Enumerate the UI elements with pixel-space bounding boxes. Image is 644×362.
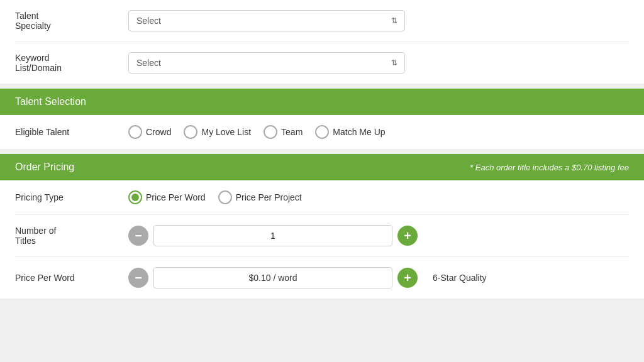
radio-crowd[interactable]: Crowd bbox=[128, 125, 171, 139]
number-of-titles-controls: − + bbox=[128, 225, 629, 246]
order-pricing-title: Order Pricing bbox=[15, 162, 74, 173]
radio-match-me-up[interactable]: Match Me Up bbox=[315, 125, 385, 139]
radio-price-per-project-label: Price Per Project bbox=[236, 192, 302, 202]
keyword-domain-row: KeywordList/Domain Select ⇅ bbox=[15, 42, 629, 84]
spacer-2 bbox=[0, 149, 644, 154]
quality-badge: 6-Star Quality bbox=[433, 273, 487, 283]
pricing-type-row: Pricing Type Price Per Word Price Per Pr… bbox=[15, 180, 629, 215]
keyword-domain-control: Select ⇅ bbox=[128, 52, 629, 74]
radio-my-love-list-label: My Love List bbox=[201, 127, 251, 137]
pricing-radio-group: Price Per Word Price Per Project bbox=[128, 190, 302, 204]
radio-price-per-project-circle bbox=[218, 190, 232, 204]
radio-price-per-project[interactable]: Price Per Project bbox=[218, 190, 302, 204]
talent-specialty-control: Select ⇅ bbox=[128, 10, 629, 31]
radio-crowd-label: Crowd bbox=[146, 127, 171, 137]
eligible-talent-row: Eligible Talent Crowd My Love List Team bbox=[15, 115, 629, 149]
talent-selection-title: Talent Selection bbox=[15, 96, 86, 107]
eligible-talent-label: Eligible Talent bbox=[15, 127, 128, 137]
radio-crowd-circle bbox=[128, 125, 142, 139]
pricing-type-controls: Price Per Word Price Per Project bbox=[128, 190, 629, 204]
page-container: TalentSpecialty Select ⇅ KeywordList/Dom… bbox=[0, 0, 644, 299]
price-decrement-button[interactable]: − bbox=[128, 268, 148, 288]
number-of-titles-row: Number ofTitles − + bbox=[15, 215, 629, 257]
radio-price-per-word-label: Price Per Word bbox=[146, 192, 206, 202]
top-section: TalentSpecialty Select ⇅ KeywordList/Dom… bbox=[0, 0, 644, 84]
order-pricing-section: Pricing Type Price Per Word Price Per Pr… bbox=[0, 180, 644, 299]
radio-my-love-list-circle bbox=[184, 125, 197, 139]
keyword-domain-select-wrapper: Select ⇅ bbox=[128, 52, 405, 74]
price-per-word-group: − + 6-Star Quality bbox=[128, 267, 487, 288]
price-increment-button[interactable]: + bbox=[397, 268, 418, 288]
radio-team-circle bbox=[264, 125, 277, 139]
price-per-word-controls: − + 6-Star Quality bbox=[128, 267, 629, 288]
talent-selection-header: Talent Selection bbox=[0, 89, 644, 115]
talent-specialty-row: TalentSpecialty Select ⇅ bbox=[15, 10, 629, 42]
radio-match-me-up-label: Match Me Up bbox=[333, 127, 385, 137]
price-per-word-label: Price Per Word bbox=[15, 273, 128, 283]
talent-specialty-select[interactable]: Select bbox=[128, 10, 405, 31]
price-per-word-input[interactable] bbox=[153, 267, 392, 288]
radio-match-me-up-circle bbox=[315, 125, 329, 139]
radio-price-per-word[interactable]: Price Per Word bbox=[128, 190, 206, 204]
keyword-domain-select[interactable]: Select bbox=[128, 52, 405, 74]
pricing-type-label: Pricing Type bbox=[15, 192, 128, 202]
order-pricing-header: Order Pricing * Each order title include… bbox=[0, 154, 644, 180]
number-of-titles-group: − + bbox=[128, 225, 418, 246]
eligible-talent-section: Eligible Talent Crowd My Love List Team bbox=[0, 115, 644, 149]
order-pricing-note: * Each order title includes a $0.70 list… bbox=[470, 163, 629, 172]
titles-increment-button[interactable]: + bbox=[397, 226, 418, 246]
titles-input[interactable] bbox=[153, 225, 392, 246]
keyword-domain-label: KeywordList/Domain bbox=[15, 53, 128, 73]
spacer-1 bbox=[0, 84, 644, 89]
eligible-talent-controls: Crowd My Love List Team Match Me Up bbox=[128, 125, 629, 139]
radio-my-love-list[interactable]: My Love List bbox=[184, 125, 251, 139]
titles-decrement-button[interactable]: − bbox=[128, 226, 148, 246]
radio-price-per-word-circle bbox=[128, 190, 142, 204]
radio-team[interactable]: Team bbox=[264, 125, 303, 139]
talent-specialty-label: TalentSpecialty bbox=[15, 11, 128, 31]
price-per-word-row: Price Per Word − + 6-Star Quality bbox=[15, 257, 629, 299]
radio-team-label: Team bbox=[281, 127, 303, 137]
talent-specialty-select-wrapper: Select ⇅ bbox=[128, 10, 405, 31]
talent-radio-group: Crowd My Love List Team Match Me Up bbox=[128, 125, 386, 139]
number-of-titles-label: Number ofTitles bbox=[15, 226, 128, 246]
